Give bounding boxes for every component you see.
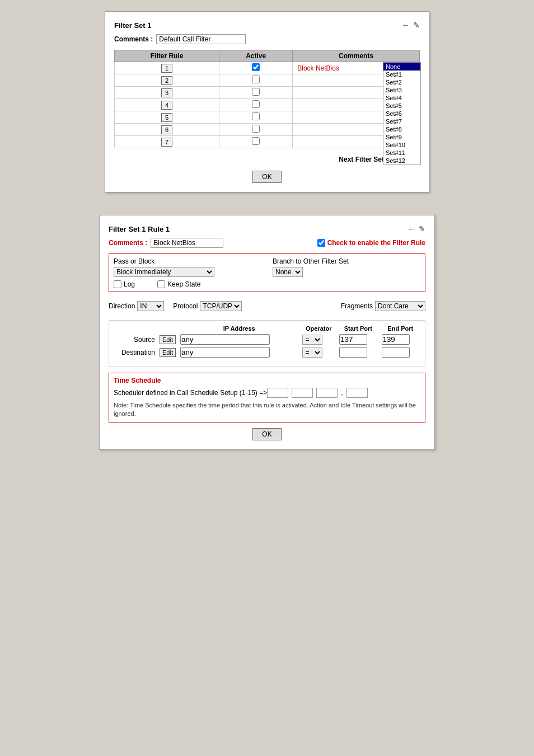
panel2-title: Filter Set 1 Rule 1 <box>109 225 170 233</box>
panel1-comments-input[interactable] <box>156 34 246 44</box>
protocol-select[interactable]: TCP/UDP TCP UDP ICMP Any <box>200 301 242 311</box>
active-checkbox-1[interactable] <box>252 63 260 71</box>
schedule-comma: , <box>341 389 343 397</box>
active-checkbox-3[interactable] <box>252 88 260 96</box>
log-check-row: Log <box>114 280 135 288</box>
pass-block-section: Pass or Block Block Immediately Pass Imm… <box>109 253 425 292</box>
keep-state-label: Keep State <box>167 280 200 288</box>
time-schedule-title: Time Schedule <box>114 377 420 384</box>
log-label: Log <box>124 280 135 288</box>
rule-btn-3[interactable]: 3 <box>161 88 172 97</box>
set-list-item-3[interactable]: Set#3 <box>383 86 420 94</box>
active-checkbox-6[interactable] <box>252 125 260 133</box>
active-checkbox-7[interactable] <box>252 137 260 145</box>
table-row: 2 <box>115 74 420 87</box>
panel1-header: Filter Set 1 ← ✎ <box>114 21 420 30</box>
panel2-comments-row: Comments : <box>109 238 223 248</box>
panel2-comments-input[interactable] <box>151 238 223 248</box>
start-port-col-header: Start Port <box>337 324 379 333</box>
set-list-item-6[interactable]: Set#6 <box>383 110 420 118</box>
rule-btn-2[interactable]: 2 <box>161 76 172 85</box>
schedule-input-4[interactable] <box>346 388 368 398</box>
pass-block-select[interactable]: Block Immediately Pass Immediately Pass … <box>114 267 214 277</box>
protocol-label: Protocol <box>173 302 198 310</box>
back-arrow-icon[interactable]: ← <box>402 21 410 30</box>
rule-btn-4[interactable]: 4 <box>161 101 172 110</box>
dest-operator-select[interactable]: = != <box>302 348 322 358</box>
table-row: 6 <box>115 124 420 136</box>
dest-start-port-input[interactable] <box>339 347 367 358</box>
set-list-item-8[interactable]: Set#8 <box>383 125 420 133</box>
direction-select[interactable]: IN OUT Both <box>137 301 164 311</box>
direction-label: Direction <box>109 302 135 310</box>
panel2-icons: ← ✎ <box>407 224 425 233</box>
destination-row: Destination Edit = != <box>113 346 421 359</box>
set-list-item-7[interactable]: Set#7 <box>383 118 420 125</box>
source-edit-button[interactable]: Edit <box>160 335 176 344</box>
panel2-ok-row: OK <box>109 428 425 440</box>
schedule-input-1[interactable] <box>267 388 288 398</box>
schedule-input-3[interactable] <box>316 388 338 398</box>
rule-btn-1[interactable]: 1 <box>161 64 172 73</box>
panel2-edit-pencil-icon[interactable]: ✎ <box>419 224 425 233</box>
panel2-ok-button[interactable]: OK <box>252 428 281 440</box>
dest-label: Destination <box>113 346 157 359</box>
source-ip-input[interactable] <box>180 334 270 345</box>
table-row: 7 <box>115 136 420 148</box>
dest-edit-button[interactable]: Edit <box>160 348 176 357</box>
comment-text-1[interactable]: Block NetBios <box>297 64 339 72</box>
set-list-item-9[interactable]: Set#9 <box>383 133 420 141</box>
ip-section: IP Address Operator Start Port End Port … <box>109 320 425 367</box>
dest-ip-input[interactable] <box>180 347 270 358</box>
set-list-item-4[interactable]: Set#4 <box>383 94 420 102</box>
set-list-item-none[interactable]: None <box>383 63 420 71</box>
panel1-title: Filter Set 1 <box>114 21 151 30</box>
schedule-input-2[interactable] <box>292 388 313 398</box>
active-checkbox-4[interactable] <box>252 100 260 108</box>
schedule-note: Note: Time Schedule specifies the time p… <box>114 401 420 419</box>
panel1-ok-button[interactable]: OK <box>252 171 281 183</box>
filter-rules-table: Filter Rule Active Comments 1 Block NetB… <box>114 50 420 148</box>
rule-btn-5[interactable]: 5 <box>161 113 172 122</box>
branch-select[interactable]: None Set#1 Set#2 <box>273 267 303 277</box>
panel2-back-arrow-icon[interactable]: ← <box>407 224 415 233</box>
set-list-item-11[interactable]: Set#11 <box>383 149 420 157</box>
table-row: 1 Block NetBios <box>115 62 420 74</box>
enable-filter-check-row: Check to enable the Filter Rule <box>317 239 425 247</box>
pass-block-branch-row: Pass or Block Block Immediately Pass Imm… <box>114 257 420 277</box>
keep-state-check-row: Keep State <box>157 280 200 288</box>
keep-state-checkbox[interactable] <box>157 280 165 288</box>
set-list-item-5[interactable]: Set#5 <box>383 102 420 110</box>
col-active: Active <box>219 50 293 62</box>
log-checkbox[interactable] <box>114 280 121 288</box>
dest-end-port-input[interactable] <box>382 347 410 358</box>
panel2-comments-label: Comments : <box>109 239 147 247</box>
fragments-label: Fragments <box>341 302 373 310</box>
set-list-item-10[interactable]: Set#10 <box>383 141 420 149</box>
ip-address-table: IP Address Operator Start Port End Port … <box>113 324 421 359</box>
branch-label: Branch to Other Filter Set <box>273 257 420 265</box>
set-list-item-12[interactable]: Set#12 <box>383 157 420 165</box>
dir-proto-frag-row: Direction IN OUT Both Protocol TCP/UDP T… <box>109 298 425 314</box>
fragments-select[interactable]: Dont Care Unfragmented Fragmented Too Sh… <box>375 301 425 311</box>
end-port-col-header: End Port <box>380 324 421 333</box>
panel1-ok-row: OK <box>114 171 420 183</box>
rule-btn-7[interactable]: 7 <box>161 138 172 147</box>
panel1-icons: ← ✎ <box>402 21 420 30</box>
set-list-dropdown[interactable]: None Set#1 Set#2 Set#3 Set#4 Set#5 Set#6… <box>383 62 421 165</box>
active-checkbox-5[interactable] <box>252 112 260 120</box>
enable-filter-checkbox[interactable] <box>317 239 325 247</box>
set-list-item-2[interactable]: Set#2 <box>383 78 420 86</box>
rule-btn-6[interactable]: 6 <box>161 125 172 134</box>
log-keepstate-row: Log Keep State <box>114 280 420 288</box>
source-operator-select[interactable]: = != < > <box>302 335 322 345</box>
active-checkbox-2[interactable] <box>252 76 260 83</box>
source-start-port-input[interactable] <box>339 334 367 345</box>
set-list-item-1[interactable]: Set#1 <box>383 71 420 78</box>
edit-pencil-icon[interactable]: ✎ <box>413 21 420 30</box>
time-schedule-section: Time Schedule Scheduler defined in Call … <box>109 373 425 422</box>
schedule-inputs: , <box>267 388 367 398</box>
source-end-port-input[interactable] <box>382 334 410 345</box>
table-row: 3 <box>115 87 420 99</box>
branch-col: Branch to Other Filter Set None Set#1 Se… <box>273 257 420 277</box>
